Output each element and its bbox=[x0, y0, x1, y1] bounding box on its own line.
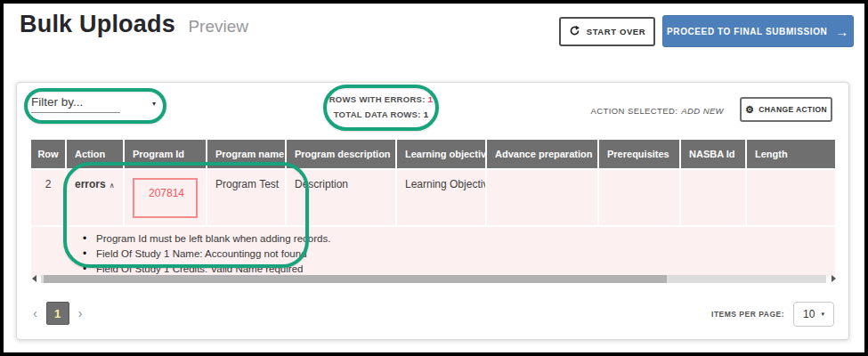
action-selected-value: ADD NEW bbox=[681, 106, 724, 116]
column-header-prerequisites: Prerequisites bbox=[599, 140, 679, 170]
table-header-row: Row Action Program Id Program name Progr… bbox=[31, 140, 835, 170]
scroll-right-button[interactable] bbox=[829, 274, 838, 283]
items-per-page: ITEMS PER PAGE: 10 ▾ bbox=[711, 302, 834, 327]
upload-stats: ROWS WITH ERRORS:1 TOTAL DATA ROWS:1 bbox=[320, 92, 442, 122]
preview-card: Filter by... ▾ ROWS WITH ERRORS:1 TOTAL … bbox=[16, 82, 849, 340]
program-id-error-box: 207814 bbox=[133, 178, 198, 218]
error-item: Field Of Study 1 Name: Accountingg not f… bbox=[83, 247, 835, 262]
preview-table: Row Action Program Id Program name Progr… bbox=[29, 140, 837, 277]
total-data-rows-label: TOTAL DATA ROWS: bbox=[334, 109, 421, 119]
pagination: ‹ 1 › bbox=[33, 302, 82, 325]
change-action-label: CHANGE ACTION bbox=[758, 105, 827, 114]
filter-by-placeholder: Filter by... bbox=[31, 95, 120, 113]
column-header-length: Length bbox=[747, 140, 835, 170]
action-selected-label: ACTION SELECTED: bbox=[591, 106, 678, 116]
items-per-page-value: 10 bbox=[803, 308, 815, 320]
page-number-button[interactable]: 1 bbox=[46, 302, 69, 325]
column-header-nasba-id: NASBA Id bbox=[681, 140, 745, 170]
rows-with-errors-stat: ROWS WITH ERRORS:1 bbox=[320, 92, 442, 107]
column-header-action: Action bbox=[67, 140, 123, 170]
proceed-to-final-submission-button[interactable]: PROCEED TO FINAL SUBMISSION → bbox=[662, 15, 854, 47]
cell-learning-objectives: Learning Objectives bbox=[397, 170, 485, 225]
page-subtitle: Preview bbox=[188, 17, 248, 36]
total-data-rows-stat: TOTAL DATA ROWS:1 bbox=[320, 107, 442, 122]
error-item: Program Id must be left blank when addin… bbox=[83, 231, 835, 247]
cell-length bbox=[747, 170, 835, 225]
rows-with-errors-value: 1 bbox=[428, 94, 434, 104]
total-data-rows-value: 1 bbox=[424, 109, 429, 119]
start-over-button[interactable]: START OVER bbox=[559, 17, 655, 46]
items-per-page-select[interactable]: 10 ▾ bbox=[793, 302, 834, 327]
chevron-down-icon: ▾ bbox=[152, 100, 156, 108]
rows-with-errors-label: ROWS WITH ERRORS: bbox=[329, 94, 426, 104]
cell-nasba-id bbox=[681, 170, 745, 225]
errors-label: errors bbox=[75, 178, 106, 190]
column-header-learning-objectives: Learning objectives bbox=[397, 140, 485, 170]
scroll-left-button[interactable] bbox=[29, 274, 38, 283]
chevron-up-icon: ∧ bbox=[110, 182, 115, 190]
items-per-page-label: ITEMS PER PAGE: bbox=[711, 310, 784, 319]
previous-page-button[interactable]: ‹ bbox=[33, 307, 37, 320]
cell-program-id: 207814 bbox=[125, 170, 206, 225]
cell-program-name: Program Test bbox=[207, 170, 285, 225]
errors-toggle[interactable]: errors∧ bbox=[67, 170, 123, 225]
start-over-label: START OVER bbox=[587, 27, 646, 36]
scrollbar-thumb[interactable] bbox=[44, 275, 667, 283]
page-header: Bulk Uploads Preview bbox=[20, 11, 248, 38]
error-details-cell: Program Id must be left blank when addin… bbox=[31, 225, 835, 277]
error-details-row: Program Id must be left blank when addin… bbox=[31, 225, 835, 277]
error-list: Program Id must be left blank when addin… bbox=[83, 231, 835, 277]
chevron-down-icon: ▾ bbox=[821, 311, 824, 318]
arrow-right-icon: → bbox=[835, 25, 849, 38]
gear-icon: ⚙ bbox=[745, 105, 754, 115]
scroll-left-icon bbox=[32, 275, 37, 282]
column-header-advance-preparation: Advance preparation bbox=[487, 140, 597, 170]
column-header-program-description: Program description bbox=[287, 140, 395, 170]
horizontal-scrollbar bbox=[29, 274, 838, 283]
scrollbar-track[interactable] bbox=[41, 275, 826, 283]
cell-prerequisites bbox=[599, 170, 679, 225]
app-window: Bulk Uploads Preview START OVER PROCEED … bbox=[0, 0, 868, 356]
refresh-icon bbox=[569, 25, 580, 38]
cell-row-number: 2 bbox=[31, 170, 65, 225]
table-row: 2 errors∧ 207814 Program Test Descriptio… bbox=[31, 170, 835, 225]
column-header-row: Row bbox=[31, 140, 65, 170]
cell-advance-preparation bbox=[487, 170, 597, 225]
page-title: Bulk Uploads bbox=[20, 11, 175, 37]
action-selected: ACTION SELECTED:ADD NEW bbox=[591, 106, 724, 116]
scroll-right-icon bbox=[831, 275, 836, 282]
column-header-program-name: Program name bbox=[207, 140, 285, 170]
change-action-button[interactable]: ⚙ CHANGE ACTION bbox=[740, 97, 832, 122]
filter-by-select[interactable]: Filter by... ▾ bbox=[31, 95, 156, 117]
proceed-label: PROCEED TO FINAL SUBMISSION bbox=[667, 27, 827, 36]
column-header-program-id: Program Id bbox=[125, 140, 206, 170]
next-page-button[interactable]: › bbox=[78, 307, 83, 320]
cell-program-description: Description bbox=[287, 170, 395, 225]
